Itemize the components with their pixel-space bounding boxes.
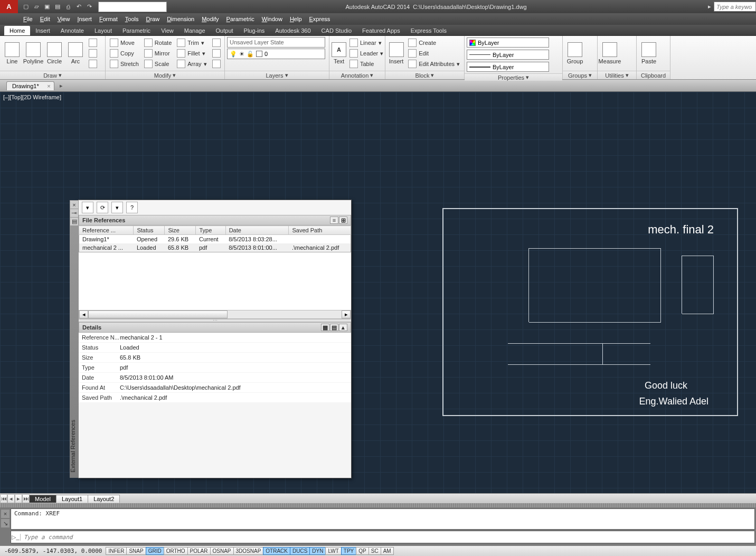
- annotation-panel-title[interactable]: Annotation ▾: [329, 71, 385, 79]
- palette-close-icon[interactable]: ×: [70, 201, 78, 209]
- palette-menu-icon[interactable]: ▤: [70, 218, 78, 225]
- layout-tab-layout1[interactable]: Layout1: [56, 495, 88, 503]
- table-button[interactable]: Table: [347, 59, 385, 69]
- column-header[interactable]: Reference ...: [79, 226, 134, 235]
- search-caret-icon[interactable]: ▸: [705, 3, 714, 10]
- draw-panel-title[interactable]: Draw ▾: [0, 71, 105, 79]
- rotate-button[interactable]: Rotate: [142, 38, 174, 48]
- qat-undo-icon[interactable]: ↶: [74, 2, 83, 12]
- help-search-input[interactable]: [714, 2, 756, 12]
- status-otrack[interactable]: OTRACK: [263, 547, 290, 555]
- arc-button[interactable]: Arc: [65, 37, 86, 69]
- properties-panel-title[interactable]: Properties ▾: [465, 73, 562, 81]
- modify-panel-title[interactable]: Modify ▾: [106, 71, 224, 79]
- modify-extra1-button[interactable]: [210, 38, 223, 48]
- menu-insert[interactable]: Insert: [77, 16, 92, 22]
- workspace-selector[interactable]: Drafting & Annotation: [98, 2, 167, 12]
- qat-new-icon[interactable]: ▢: [21, 2, 31, 12]
- layout-tab-model[interactable]: Model: [29, 495, 56, 503]
- layer-state-dropdown[interactable]: Unsaved Layer State: [227, 37, 325, 48]
- tab-last-icon[interactable]: ⏭: [22, 494, 30, 503]
- qat-print-icon[interactable]: ⎙: [63, 2, 73, 12]
- ribbon-tab-express-tools[interactable]: Express Tools: [405, 26, 452, 35]
- menu-modify[interactable]: Modify: [202, 16, 219, 22]
- copy-button[interactable]: Copy: [108, 49, 141, 59]
- status-infer[interactable]: INFER: [106, 547, 127, 555]
- insert-block-button[interactable]: Insert: [388, 37, 405, 69]
- close-icon[interactable]: ×: [47, 83, 50, 89]
- create-block-button[interactable]: Create: [406, 38, 462, 48]
- tab-first-icon[interactable]: ⏮: [0, 494, 7, 503]
- menu-help[interactable]: Help: [290, 16, 302, 22]
- status-ortho[interactable]: ORTHO: [164, 547, 188, 555]
- status-ducs[interactable]: DUCS: [290, 547, 310, 555]
- move-button[interactable]: Move: [108, 38, 141, 48]
- status-lwt[interactable]: LWT: [325, 547, 341, 555]
- draw-extra1-button[interactable]: [87, 38, 99, 48]
- menu-draw[interactable]: Draw: [146, 16, 159, 22]
- status-polar[interactable]: POLAR: [187, 547, 211, 555]
- document-tab[interactable]: Drawing1*×: [6, 81, 54, 90]
- references-table[interactable]: Reference ...StatusSizeTypeDateSaved Pat…: [79, 225, 351, 252]
- polyline-button[interactable]: Polyline: [23, 37, 43, 69]
- horizontal-scrollbar[interactable]: ◂▸: [79, 310, 351, 319]
- group-button[interactable]: Group: [565, 37, 585, 69]
- details-view2-icon[interactable]: ▤: [330, 324, 338, 331]
- ribbon-tab-view[interactable]: View: [156, 26, 179, 35]
- status-tpy[interactable]: TPY: [341, 547, 356, 555]
- palette-autohide-icon[interactable]: ⭲: [70, 209, 78, 217]
- leader-button[interactable]: Leader ▾: [347, 49, 385, 59]
- status-dyn[interactable]: DYN: [309, 547, 326, 555]
- command-options-icon[interactable]: ↘: [1, 519, 10, 527]
- status-am[interactable]: AM: [381, 547, 394, 555]
- column-header[interactable]: Date: [225, 226, 289, 235]
- menu-window[interactable]: Window: [262, 16, 282, 22]
- qat-save-icon[interactable]: ▣: [42, 2, 52, 12]
- qat-saveas-icon[interactable]: ▤: [53, 2, 62, 12]
- linetype-selector[interactable]: ByLayer: [467, 50, 549, 60]
- column-header[interactable]: Status: [134, 226, 165, 235]
- ribbon-tab-home[interactable]: Home: [4, 26, 30, 35]
- menu-parametric[interactable]: Parametric: [226, 16, 254, 22]
- color-selector[interactable]: ByLayer: [467, 37, 549, 48]
- draw-extra2-button[interactable]: [87, 49, 99, 59]
- command-input[interactable]: [21, 534, 754, 541]
- attach-dwg-button[interactable]: ▾: [82, 202, 93, 213]
- ribbon-tab-parametric[interactable]: Parametric: [117, 26, 156, 35]
- text-button[interactable]: AText: [332, 37, 346, 69]
- utilities-panel-title[interactable]: Utilities ▾: [598, 71, 636, 79]
- column-header[interactable]: Saved Path: [289, 226, 351, 235]
- change-path-button[interactable]: ▾: [111, 202, 123, 213]
- ribbon-tab-output[interactable]: Output: [211, 26, 239, 35]
- status-3dosnap[interactable]: 3DOSNAP: [233, 547, 264, 555]
- layers-panel-title[interactable]: Layers ▾: [225, 71, 329, 79]
- paste-button[interactable]: Paste: [639, 37, 659, 69]
- ribbon-tab-featured-apps[interactable]: Featured Apps: [357, 26, 405, 35]
- menu-edit[interactable]: Edit: [40, 16, 50, 22]
- modify-extra3-button[interactable]: [210, 59, 223, 69]
- scale-button[interactable]: Scale: [142, 59, 174, 69]
- mirror-button[interactable]: Mirror: [142, 49, 174, 59]
- app-menu-button[interactable]: A: [0, 0, 18, 13]
- command-close-icon[interactable]: ×: [1, 510, 10, 518]
- table-row[interactable]: mechanical 2 ...Loaded65.8 KBpdf8/5/2013…: [79, 243, 351, 252]
- ribbon-tab-annotate[interactable]: Annotate: [55, 26, 89, 35]
- details-view1-icon[interactable]: ▦: [321, 324, 329, 331]
- command-grip[interactable]: [0, 503, 756, 507]
- draw-extra3-button[interactable]: [87, 59, 99, 69]
- line-button[interactable]: Line: [2, 37, 22, 69]
- status-sc[interactable]: SC: [368, 547, 381, 555]
- viewport-label[interactable]: [–][Top][2D Wireframe]: [3, 94, 61, 100]
- menu-format[interactable]: Format: [99, 16, 118, 22]
- edit-block-button[interactable]: Edit: [406, 49, 462, 59]
- tab-prev-icon[interactable]: ◂: [7, 494, 15, 503]
- trim-button[interactable]: Trim ▾: [175, 38, 209, 48]
- measure-button[interactable]: Measure: [600, 37, 620, 69]
- tab-next-icon[interactable]: ▸: [15, 494, 22, 503]
- stretch-button[interactable]: Stretch: [108, 59, 141, 69]
- help-button[interactable]: ?: [126, 202, 138, 213]
- linear-dim-button[interactable]: Linear ▾: [347, 38, 385, 48]
- circle-button[interactable]: Circle: [44, 37, 64, 69]
- qat-redo-icon[interactable]: ↷: [84, 2, 94, 12]
- list-view-icon[interactable]: ≡: [330, 216, 338, 224]
